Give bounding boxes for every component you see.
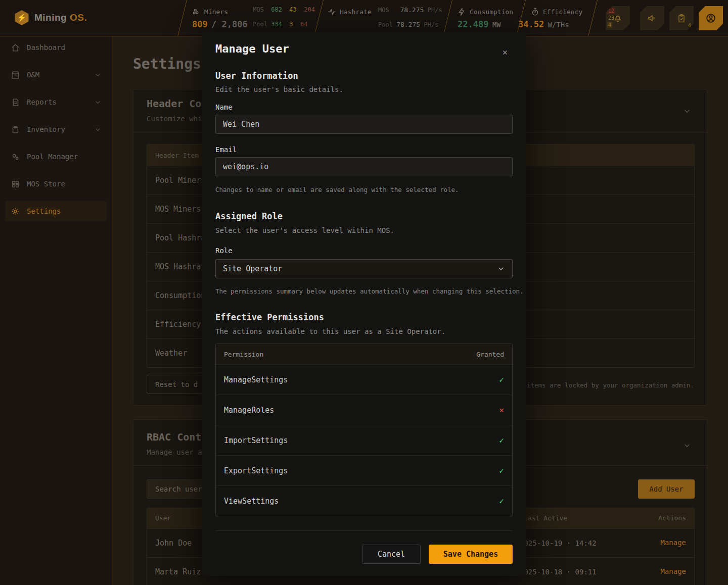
sidebar-item-pool-manager[interactable]: Pool Manager: [5, 147, 107, 167]
bell-badge-warning: 23: [607, 15, 615, 21]
denied-cross-icon: ✕: [499, 405, 504, 415]
miners-online: 809: [192, 19, 208, 29]
email-label: Email: [215, 145, 237, 154]
role-select[interactable]: Site Operator: [215, 259, 513, 278]
header-separator: [177, 0, 187, 36]
sidebar: Dashboard O&M Reports Inventory Pool Man…: [0, 36, 112, 585]
clipboard-check-icon: [676, 13, 687, 23]
stat-efficiency: Efficiency 34.52 W/THs: [531, 0, 592, 36]
sidebar-item-o-and-m[interactable]: O&M: [5, 65, 107, 85]
brand-logo[interactable]: ⚡ Mining OS.: [14, 10, 87, 25]
miners-pool-label: Pool: [253, 21, 267, 28]
sidebar-item-label: Inventory: [27, 125, 65, 133]
user-last-active: 2025-10-19 · 14:42: [520, 539, 597, 547]
cancel-button[interactable]: Cancel: [362, 545, 421, 564]
tasks-button[interactable]: 4: [669, 6, 694, 30]
hashrate-pool-label: Pool: [378, 21, 393, 28]
permission-row: ManageSettings ✓: [216, 364, 512, 395]
hashrate-pool-unit: PH/s: [424, 21, 438, 28]
efficiency-unit: W/THs: [548, 21, 569, 29]
user-information-heading: User Information: [215, 71, 298, 81]
clipboard-icon: [11, 125, 20, 134]
notifications-button[interactable]: 12 23 4: [606, 6, 630, 30]
assigned-role-subtext: Select the user's access level within MO…: [215, 226, 394, 234]
header-separator: [314, 0, 324, 36]
save-changes-button[interactable]: Save Changes: [429, 545, 513, 564]
manage-user-modal: Manage User ✕ User Information Edit the …: [202, 32, 526, 576]
gear-icon: [11, 207, 20, 216]
column-permission: Permission: [224, 351, 263, 358]
card-subtitle: Customize whic: [147, 115, 206, 123]
modal-title: Manage User: [215, 42, 289, 55]
tasks-badge: 4: [688, 22, 691, 29]
brand-name: Mining OS.: [34, 12, 87, 23]
brand-logo-icon: ⚡: [14, 10, 29, 25]
miners-mos-crit: 204: [304, 6, 315, 13]
collapse-chevron-icon[interactable]: [682, 107, 692, 116]
name-field[interactable]: [215, 115, 513, 134]
hashrate-mos-unit: PH/s: [428, 7, 442, 14]
card-title: RBAC Contr: [147, 431, 207, 443]
consumption-label: Consumption: [470, 8, 513, 16]
header-separator: [443, 0, 452, 36]
hashrate-mos-value: 78.275: [400, 6, 424, 14]
manage-user-link[interactable]: Manage: [660, 567, 686, 575]
assigned-role-heading: Assigned Role: [215, 211, 283, 221]
document-icon: [11, 98, 20, 107]
granted-check-icon: ✓: [499, 435, 504, 445]
permission-row: ImportSettings ✓: [216, 425, 512, 455]
collapse-chevron-icon[interactable]: [682, 441, 692, 450]
permission-name: ManageRoles: [224, 406, 274, 415]
miners-pool-warn: 3: [289, 21, 293, 28]
sidebar-item-settings[interactable]: Settings: [5, 201, 107, 221]
page-title: Settings: [133, 56, 201, 72]
archive-box-icon: [11, 71, 20, 79]
miners-label: Miners: [204, 8, 228, 16]
chevron-down-icon: [94, 126, 102, 133]
sidebar-item-label: Dashboard: [27, 43, 65, 52]
user-information-subtext: Edit the user's basic details.: [215, 85, 343, 93]
hashrate-icon: [328, 8, 336, 16]
bell-badge-info: 4: [607, 22, 612, 28]
hashrate-pool-value: 78.275: [396, 21, 420, 28]
lightning-icon: ⚡: [17, 13, 27, 22]
add-user-button[interactable]: Add User: [638, 479, 695, 499]
user-name: John Doe: [155, 539, 192, 548]
close-icon[interactable]: ✕: [499, 46, 511, 58]
footer-divider: [215, 530, 513, 531]
stat-miners: Miners 809 / 2,806 MOS 682 43 204 Pool 3…: [192, 0, 313, 36]
effective-permissions-heading: Effective Permissions: [215, 312, 324, 322]
miners-mos-label: MOS: [253, 6, 264, 13]
chevron-down-icon: [94, 71, 102, 79]
sidebar-item-inventory[interactable]: Inventory: [5, 119, 107, 139]
sidebar-item-label: O&M: [27, 71, 39, 79]
sidebar-item-label: MOS Store: [27, 180, 65, 188]
name-label: Name: [215, 103, 233, 111]
hashrate-label: Hashrate: [340, 8, 372, 16]
miners-total: / 2,806: [211, 19, 248, 29]
mining-os-app: ⚡ Mining OS. Miners 809 / 2,806 MOS 682 …: [0, 0, 728, 585]
card-title: Header Con: [147, 98, 207, 110]
sidebar-item-mos-store[interactable]: MOS Store: [5, 174, 107, 194]
card-subtitle: Manage user ac: [147, 448, 206, 456]
account-button[interactable]: [699, 6, 723, 30]
chevron-down-icon: [94, 99, 102, 106]
permission-name: ManageSettings: [224, 375, 288, 384]
column-actions: Actions: [658, 514, 686, 522]
manage-user-link[interactable]: Manage: [660, 539, 686, 547]
miners-mos-warn: 43: [289, 6, 296, 13]
stat-consumption: Consumption 22.489 MW: [458, 0, 518, 36]
email-field[interactable]: [215, 157, 513, 176]
gears-icon: [11, 153, 20, 161]
permission-name: ViewSettings: [224, 497, 279, 506]
stat-hashrate: Hashrate MOS 78.275 PH/s Pool 78.275 PH/…: [328, 0, 444, 36]
efficiency-value: 34.52: [518, 19, 544, 29]
granted-check-icon: ✓: [499, 496, 504, 506]
column-granted: Granted: [476, 351, 504, 358]
sidebar-item-reports[interactable]: Reports: [5, 92, 107, 112]
sidebar-item-dashboard[interactable]: Dashboard: [5, 37, 107, 58]
efficiency-label: Efficiency: [543, 8, 582, 16]
announcements-button[interactable]: [640, 6, 664, 30]
top-header: ⚡ Mining OS. Miners 809 / 2,806 MOS 682 …: [0, 0, 728, 36]
role-helper: The permissions summary below updates au…: [215, 287, 524, 295]
